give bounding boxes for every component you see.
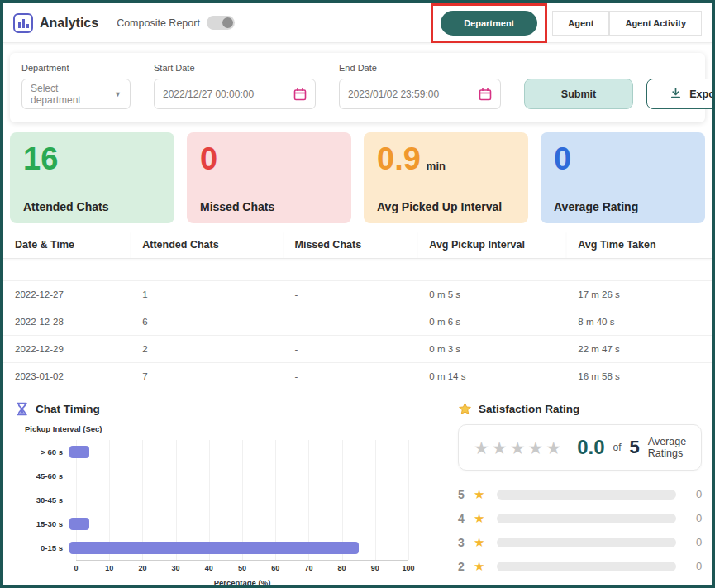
chat-timing-chart: > 60 s45-60 s30-45 s15-30 s0-15 s 010203…: [15, 440, 408, 587]
chat-timing-panel: Chat Timing Pickup Interval (Sec) > 60 s…: [15, 402, 408, 588]
rating-star-level: 4: [458, 512, 466, 525]
app-title: Analytics: [40, 16, 98, 31]
hourglass-icon: [15, 402, 29, 416]
star-icon: ★: [474, 535, 484, 550]
table-row: 2022-12-292-0 m 3 s22 m 47 s: [3, 336, 712, 363]
table-cell: 0 m 6 s: [417, 308, 566, 336]
chart-bar-track: [69, 512, 402, 536]
end-date-label: End Date: [339, 63, 501, 73]
tab-agent[interactable]: Agent: [552, 11, 609, 36]
rating-count: 0: [689, 488, 702, 500]
max-rating-value: 5: [630, 437, 640, 458]
chart-x-axis: 0102030405060708090100: [76, 560, 408, 573]
export-label: Export: [689, 88, 715, 100]
rating-row: 4★0: [458, 506, 702, 530]
table-cell: 22 m 47 s: [566, 336, 712, 363]
calendar-icon[interactable]: [479, 88, 492, 101]
satisfaction-summary: ★★★★★ 0.0 of 5 Average Ratings: [458, 424, 702, 471]
brand: Analytics: [13, 13, 98, 33]
chart-bar-track: [69, 464, 402, 488]
satisfaction-panel: Satisfaction Rating ★★★★★ 0.0 of 5 Avera…: [458, 402, 702, 588]
stat-label: Avg Picked Up Interval: [377, 200, 515, 213]
chart-x-tick-label: 30: [172, 564, 180, 572]
chart-x-tick-label: 50: [238, 564, 246, 572]
rating-star-level: 5: [458, 488, 466, 501]
start-date-label: Start Date: [154, 63, 316, 73]
stat-label: Attended Chats: [23, 200, 161, 213]
toggle-knob-icon: [222, 17, 233, 28]
submit-button[interactable]: Submit: [524, 79, 633, 109]
stat-card-avg-pickup-interval: 0.9 min Avg Picked Up Interval: [364, 132, 528, 223]
chart-bar-row: 30-45 s: [15, 488, 408, 512]
average-ratings-caption: Average Ratings: [648, 436, 686, 459]
rating-bar-track: [497, 586, 676, 588]
chart-bar-row: > 60 s: [15, 440, 408, 464]
chart-bar-row: 15-30 s: [15, 512, 408, 536]
of-label: of: [613, 442, 622, 453]
tab-department[interactable]: Department: [441, 11, 537, 36]
chart-bar: [69, 542, 359, 554]
table-cell: 2022-12-27: [3, 281, 131, 308]
stat-unit: min: [427, 160, 446, 172]
rating-row: 1★0: [458, 578, 702, 588]
grid-line: [408, 440, 409, 560]
star-icon: ★: [474, 583, 484, 588]
department-select[interactable]: Select department ▼: [21, 79, 131, 109]
header: Analytics Composite Report Department Ag…: [3, 3, 712, 43]
star-icon: ★: [474, 511, 484, 526]
rating-star-level: 1: [458, 584, 466, 588]
chart-bar-row: 45-60 s: [15, 464, 408, 488]
table-column-header: Date & Time: [3, 232, 131, 259]
rating-bar-track: [497, 514, 676, 523]
table-cell: -: [284, 363, 418, 390]
rating-row: 2★0: [458, 554, 702, 578]
table-column-header: Avg Pickup Interval: [417, 232, 566, 259]
star-icon: [458, 402, 472, 416]
calendar-icon[interactable]: [293, 88, 307, 101]
rating-count: 0: [689, 536, 702, 548]
table-cell: 17 m 26 s: [566, 281, 712, 308]
filter-bar: Department Select department ▼ Start Dat…: [10, 53, 705, 122]
rating-rows: 5★04★03★02★01★0: [458, 482, 702, 588]
rating-count: 0: [689, 560, 702, 572]
composite-report-control: Composite Report: [117, 16, 235, 30]
chart-x-tick-label: 70: [304, 564, 312, 572]
start-date-field: Start Date 2022/12/27 00:00:00: [154, 63, 316, 109]
rating-row: 3★0: [458, 530, 702, 554]
chart-x-axis-title: Percentage (%): [76, 578, 408, 587]
chart-bar-track: [69, 536, 402, 560]
chart-category-label: 15-30 s: [15, 519, 69, 528]
rating-bar-track: [497, 562, 676, 571]
start-date-input[interactable]: 2022/12/27 00:00:00: [154, 79, 316, 109]
table-cell: 0 m 3 s: [417, 336, 566, 363]
chart-rows: > 60 s45-60 s30-45 s15-30 s0-15 s: [15, 440, 408, 560]
stat-card-missed-chats: 0 Missed Chats: [187, 132, 351, 223]
table-cell: -: [284, 308, 418, 336]
tab-agent-activity[interactable]: Agent Activity: [609, 11, 702, 36]
chart-x-tick-label: 100: [402, 564, 414, 572]
table-cell: 2023-01-02: [3, 363, 131, 390]
composite-report-toggle[interactable]: [207, 16, 235, 30]
annotation-highlight: Department: [431, 3, 547, 43]
star-icon: ★: [474, 559, 484, 574]
table-header-row: Date & TimeAttended ChatsMissed ChatsAvg…: [3, 232, 712, 259]
average-rating-value: 0.0: [577, 436, 604, 459]
chart-bar-row: 0-15 s: [15, 536, 408, 560]
chevron-down-icon: ▼: [114, 90, 122, 98]
table-cell: 0 m 5 s: [417, 281, 566, 308]
rating-star-level: 2: [458, 560, 466, 573]
stat-label: Missed Chats: [200, 200, 338, 213]
table-column-header: Missed Chats: [284, 232, 418, 259]
rating-count: 0: [689, 584, 702, 588]
stat-value: 0: [554, 142, 571, 177]
end-date-input[interactable]: 2023/01/02 23:59:00: [339, 79, 501, 109]
export-button[interactable]: Export: [646, 79, 715, 109]
star-icon: ★: [474, 487, 484, 502]
start-date-value: 2022/12/27 00:00:00: [163, 88, 254, 100]
table-spacer-row: [3, 259, 712, 281]
stat-card-attended-chats: 16 Attended Chats: [10, 132, 174, 223]
satisfaction-title: Satisfaction Rating: [458, 402, 702, 416]
stat-value: 0.9: [377, 142, 421, 177]
chart-y-axis-title: Pickup Interval (Sec): [25, 424, 408, 433]
chart-x-tick-label: 60: [271, 564, 279, 572]
